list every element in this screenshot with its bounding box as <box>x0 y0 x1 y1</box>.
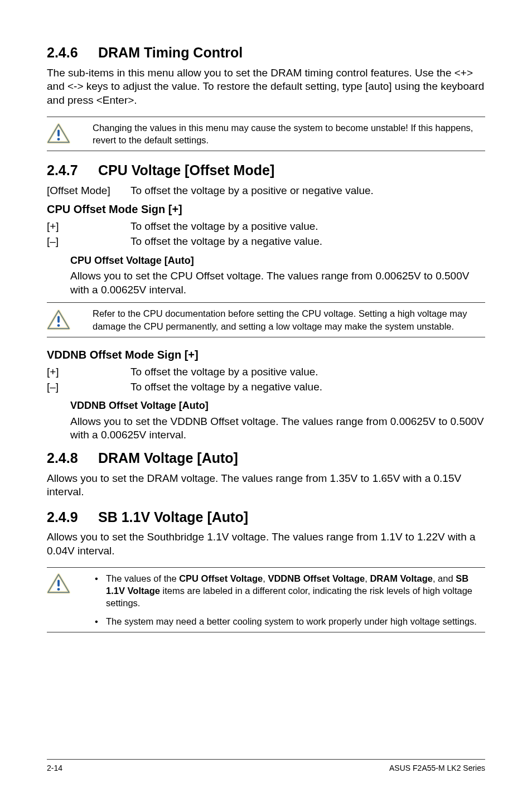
bullet-sep-3: , and <box>433 573 456 583</box>
warning-icon <box>47 573 70 595</box>
warning-icon <box>47 310 70 331</box>
indent-vddnb-offset-voltage: VDDNB Offset Voltage [Auto] Allows you t… <box>47 399 485 442</box>
footer-doc-title: ASUS F2A55-M LK2 Series <box>389 763 485 773</box>
heading-title: SB 1.1V Voltage [Auto] <box>98 509 248 525</box>
heading-2-4-8: 2.4.8DRAM Voltage [Auto] <box>47 449 485 467</box>
warning-icon-wrap <box>47 310 86 331</box>
svg-rect-4 <box>57 579 60 586</box>
kv-key: [+] <box>47 365 130 379</box>
kv-key: [+] <box>47 220 130 234</box>
bullet-sep-1: , <box>263 573 268 583</box>
bullet-bold-1: CPU Offset Voltage <box>179 573 263 583</box>
warning-text-3: The values of the CPU Offset Voltage, VD… <box>86 572 485 627</box>
heading-2-4-7: 2.4.7CPU Voltage [Offset Mode] <box>47 161 485 180</box>
kv-minus-vddnb: [–] To offset the voltage by a negative … <box>47 380 485 394</box>
bullet-text-pre: The values of the <box>106 573 179 583</box>
heading-title: CPU Voltage [Offset Mode] <box>98 162 274 178</box>
heading-number: 2.4.7 <box>47 161 98 180</box>
svg-point-1 <box>57 138 60 141</box>
body-cpu-offset-voltage: Allows you to set the CPU Offset voltage… <box>70 269 485 297</box>
kv-val: To offset the voltage by a positive or n… <box>130 184 485 198</box>
svg-point-5 <box>57 588 60 591</box>
kv-key: [–] <box>47 235 130 249</box>
kv-plus: [+] To offset the voltage by a positive … <box>47 220 485 234</box>
warning-icon-wrap <box>47 572 86 595</box>
heading-number: 2.4.8 <box>47 449 98 467</box>
page-footer: 2-14 ASUS F2A55-M LK2 Series <box>47 759 485 773</box>
page-container: 2.4.6DRAM Timing Control The sub-items i… <box>0 0 532 802</box>
kv-val: To offset the voltage by a positive valu… <box>130 365 485 379</box>
bullet-bold-2: VDDNB Offset Voltage <box>268 573 365 583</box>
footer-page-number: 2-14 <box>47 763 62 773</box>
body-vddnb-offset-voltage: Allows you to set the VDDNB Offset volta… <box>70 415 485 442</box>
kv-plus-vddnb: [+] To offset the voltage by a positive … <box>47 365 485 379</box>
kv-val: To offset the voltage by a negative valu… <box>130 380 485 394</box>
warning-icon-wrap <box>47 123 86 144</box>
svg-rect-0 <box>57 129 60 136</box>
kv-minus: [–] To offset the voltage by a negative … <box>47 235 485 249</box>
indent-cpu-offset-voltage: CPU Offset Voltage [Auto] Allows you to … <box>47 254 485 297</box>
subsub-cpu-offset-voltage: CPU Offset Voltage [Auto] <box>70 254 485 267</box>
warning-bullet-2: The system may need a better cooling sys… <box>93 615 485 627</box>
kv-offset-mode: [Offset Mode] To offset the voltage by a… <box>47 184 485 198</box>
subheading-vddnb-offset-sign: VDDNB Offset Mode Sign [+] <box>47 347 485 362</box>
bullet-text-post: items are labeled in a different color, … <box>106 586 472 608</box>
heading-number: 2.4.9 <box>47 508 98 526</box>
subheading-cpu-offset-sign: CPU Offset Mode Sign [+] <box>47 202 485 216</box>
kv-val: To offset the voltage by a negative valu… <box>130 235 485 249</box>
kv-key: [Offset Mode] <box>47 184 130 198</box>
svg-point-3 <box>57 324 60 327</box>
body-2-4-6: The sub-items in this menu allow you to … <box>47 66 485 108</box>
warning-text-1: Changing the values in this menu may cau… <box>86 122 485 147</box>
kv-key: [–] <box>47 380 130 394</box>
heading-title: DRAM Timing Control <box>98 45 243 60</box>
warning-note-2: Refer to the CPU documentation before se… <box>47 302 485 337</box>
bullet-bold-3: DRAM Voltage <box>370 573 432 583</box>
subsub-vddnb-offset-voltage: VDDNB Offset Voltage [Auto] <box>70 399 485 412</box>
warning-text-2: Refer to the CPU documentation before se… <box>86 307 485 332</box>
heading-2-4-6: 2.4.6DRAM Timing Control <box>47 44 485 62</box>
heading-title: DRAM Voltage [Auto] <box>98 450 238 466</box>
warning-note-1: Changing the values in this menu may cau… <box>47 117 485 152</box>
body-2-4-9: Allows you to set the Southbridge 1.1V v… <box>47 530 485 558</box>
svg-rect-2 <box>57 316 60 322</box>
warning-note-3: The values of the CPU Offset Voltage, VD… <box>47 567 485 632</box>
body-2-4-8: Allows you to set the DRAM voltage. The … <box>47 472 485 499</box>
heading-2-4-9: 2.4.9SB 1.1V Voltage [Auto] <box>47 508 485 526</box>
heading-number: 2.4.6 <box>47 44 98 62</box>
warning-icon <box>47 123 70 144</box>
warning-bullet-1: The values of the CPU Offset Voltage, VD… <box>93 572 485 610</box>
kv-val: To offset the voltage by a positive valu… <box>130 220 485 234</box>
